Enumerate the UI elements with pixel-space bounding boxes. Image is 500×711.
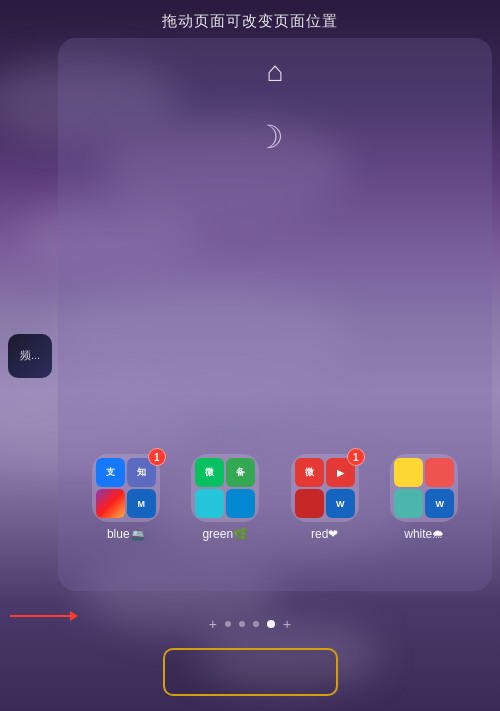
arrow-indicator xyxy=(10,611,78,621)
folder-blue-label: blue🚢 xyxy=(107,527,145,541)
dot-2[interactable] xyxy=(239,621,245,627)
dot-4-active[interactable] xyxy=(267,620,275,628)
folder-white[interactable]: W white🌧 xyxy=(390,454,458,541)
dot-add-right[interactable]: + xyxy=(283,617,291,631)
icon-notes xyxy=(394,458,423,487)
icon-word-white: W xyxy=(425,489,454,518)
folder-red-badge: 1 xyxy=(347,448,365,466)
icon-word-red: W xyxy=(326,489,355,518)
folder-blue[interactable]: 1 支 知 M blue🚢 xyxy=(92,454,160,541)
page-hint: 拖动页面可改变页面位置 xyxy=(0,12,500,31)
apps-row: 1 支 知 M blue🚢 微 备 green🌿 1 微 ▶ xyxy=(58,454,492,541)
dot-3[interactable] xyxy=(253,621,259,627)
icon-chat xyxy=(226,489,255,518)
page-container: ⌂ ☽ 1 支 知 M blue🚢 微 备 green🌿 xyxy=(58,38,492,591)
arrow-head xyxy=(70,611,78,621)
sidebar-app-label: 频... xyxy=(20,348,40,363)
folder-red[interactable]: 1 微 ▶ W red❤ xyxy=(291,454,359,541)
folder-green[interactable]: 微 备 green🌿 xyxy=(191,454,259,541)
icon-memo: 备 xyxy=(226,458,255,487)
folder-white-label: white🌧 xyxy=(404,527,444,541)
folder-white-grid: W xyxy=(390,454,458,522)
bottom-bar xyxy=(0,636,500,711)
icon-wechat: 微 xyxy=(195,458,224,487)
icon-cal xyxy=(425,458,454,487)
dot-1[interactable] xyxy=(225,621,231,627)
folder-blue-badge: 1 xyxy=(148,448,166,466)
sidebar-app[interactable]: 频... xyxy=(8,334,52,378)
home-icon: ⌂ xyxy=(267,56,284,88)
icon-weibo: 微 xyxy=(295,458,324,487)
icon-photo xyxy=(96,489,125,518)
icon-contacts xyxy=(394,489,423,518)
moon-icon: ☽ xyxy=(255,118,284,156)
folder-blue-grid: 1 支 知 M xyxy=(92,454,160,522)
icon-alipay: 支 xyxy=(96,458,125,487)
icon-news xyxy=(295,489,324,518)
folder-green-grid: 微 备 xyxy=(191,454,259,522)
icon-m: M xyxy=(127,489,156,518)
dot-add-left[interactable]: + xyxy=(209,617,217,631)
arrow-line xyxy=(10,615,70,617)
bottom-widget[interactable] xyxy=(163,648,338,696)
icon-camera xyxy=(195,489,224,518)
folder-green-label: green🌿 xyxy=(202,527,248,541)
folder-red-grid: 1 微 ▶ W xyxy=(291,454,359,522)
folder-red-label: red❤ xyxy=(311,527,338,541)
